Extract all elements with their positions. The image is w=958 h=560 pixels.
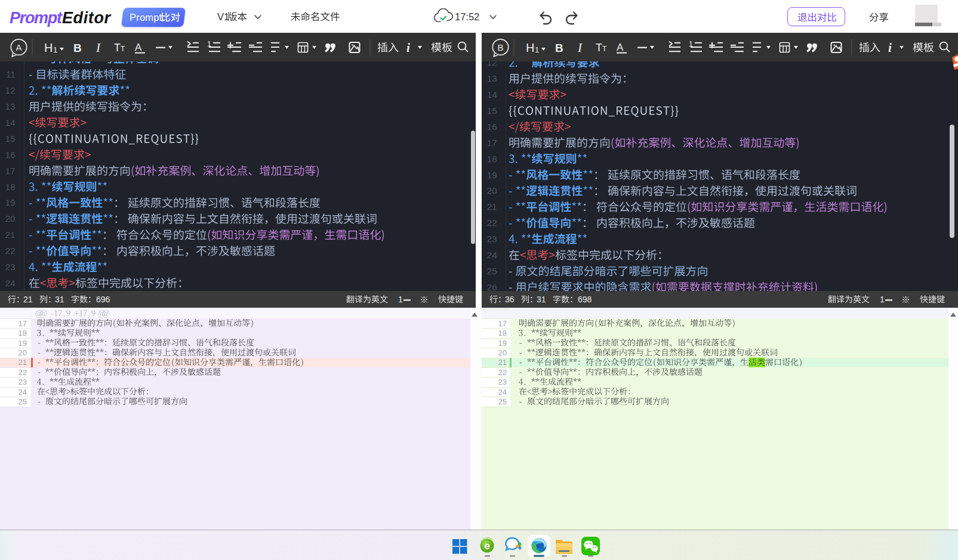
svg-text:18: 18	[19, 329, 27, 338]
svg-text:21: 21	[23, 295, 33, 304]
svg-text:24: 24	[487, 250, 497, 260]
svg-text:24: 24	[498, 388, 507, 397]
svg-text:Editor: Editor	[62, 9, 111, 27]
svg-text:18: 18	[487, 154, 497, 164]
svg-text:15: 15	[5, 134, 16, 144]
svg-text:22: 22	[487, 218, 497, 228]
svg-text:16: 16	[487, 122, 497, 132]
svg-text:23: 23	[19, 378, 27, 386]
svg-text:14: 14	[487, 89, 497, 100]
svg-text:13: 13	[5, 101, 16, 112]
svg-text:19: 19	[498, 339, 507, 348]
svg-text:21: 21	[5, 230, 16, 240]
svg-text:20: 20	[19, 348, 27, 357]
svg-text:25: 25	[487, 266, 497, 276]
svg-text:24: 24	[5, 278, 16, 288]
svg-text:14: 14	[5, 117, 16, 128]
svg-text:23: 23	[487, 234, 497, 244]
svg-text:24: 24	[19, 388, 27, 397]
svg-text:26: 26	[487, 282, 497, 292]
svg-text:22: 22	[498, 368, 507, 377]
svg-text:17: 17	[5, 166, 16, 176]
svg-text:12: 12	[487, 57, 497, 67]
svg-text:22: 22	[5, 246, 16, 256]
svg-text:21: 21	[487, 202, 497, 212]
svg-text:13: 13	[487, 73, 497, 83]
svg-text:11: 11	[6, 69, 16, 79]
svg-text:36: 36	[505, 295, 515, 304]
svg-text:17:52: 17:52	[455, 11, 479, 22]
svg-text:25: 25	[19, 397, 27, 406]
svg-text:18: 18	[498, 329, 507, 338]
svg-text:22: 22	[19, 368, 27, 377]
svg-text:21: 21	[498, 358, 507, 367]
svg-text:12: 12	[5, 85, 16, 95]
svg-text:23: 23	[498, 378, 507, 386]
svg-text:1: 1	[880, 295, 885, 304]
svg-text:Prompt: Prompt	[10, 9, 63, 27]
svg-text:20: 20	[5, 214, 16, 224]
svg-text:696: 696	[96, 295, 110, 304]
svg-text:1: 1	[398, 295, 403, 304]
svg-text:31: 31	[537, 295, 546, 304]
svg-text:18: 18	[5, 182, 16, 192]
svg-text:20: 20	[498, 348, 507, 357]
svg-text:15: 15	[487, 106, 497, 116]
svg-text:Prompt: Prompt	[130, 12, 162, 23]
svg-text:21: 21	[19, 358, 27, 367]
svg-text:23: 23	[5, 262, 16, 272]
svg-text:V1: V1	[217, 11, 229, 22]
svg-text:31: 31	[55, 295, 64, 304]
svg-text:25: 25	[498, 397, 507, 406]
svg-text:17: 17	[498, 319, 507, 328]
svg-text:19: 19	[5, 197, 16, 208]
svg-text:10: 10	[5, 53, 16, 63]
svg-text:20: 20	[487, 185, 497, 196]
svg-text:19: 19	[19, 339, 27, 348]
svg-text:19: 19	[487, 170, 497, 180]
svg-text:16: 16	[5, 150, 16, 160]
svg-text:17: 17	[487, 138, 497, 148]
svg-text:17: 17	[19, 319, 27, 328]
svg-text:698: 698	[578, 295, 592, 304]
